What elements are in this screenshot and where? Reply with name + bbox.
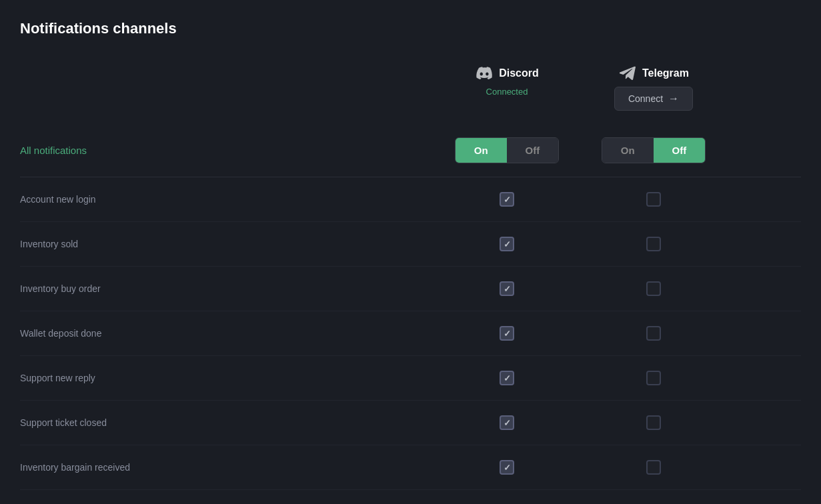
discord-checkbox[interactable] <box>500 415 514 430</box>
notification-label: Inventory sold <box>20 239 434 249</box>
discord-on-button[interactable]: On <box>456 138 507 163</box>
telegram-checkbox[interactable] <box>646 326 661 341</box>
telegram-toggle-buttons: On Off <box>602 137 706 163</box>
discord-label: Discord <box>499 67 539 79</box>
telegram-checkbox-col <box>580 192 727 207</box>
discord-toggle-buttons: On Off <box>455 137 560 163</box>
telegram-checkbox-col <box>580 460 727 475</box>
telegram-connect-button[interactable]: Connect → <box>614 87 693 111</box>
telegram-checkbox[interactable] <box>646 237 661 251</box>
notification-row: Support new reply <box>20 356 801 401</box>
notification-row: Account new login <box>20 177 801 222</box>
notification-row: Inventory bargain received <box>20 445 801 490</box>
notification-label: Support new reply <box>20 373 434 383</box>
telegram-icon <box>618 64 637 83</box>
discord-checkbox-col <box>434 460 580 475</box>
discord-checkbox-col <box>434 326 580 341</box>
discord-off-button[interactable]: Off <box>507 138 559 163</box>
telegram-checkbox[interactable] <box>646 371 661 385</box>
discord-checkbox[interactable] <box>500 192 514 207</box>
telegram-label: Telegram <box>642 67 689 79</box>
telegram-checkbox[interactable] <box>646 281 661 296</box>
page-title: Notifications channels <box>20 20 801 37</box>
notification-row: Inventory sold <box>20 222 801 267</box>
telegram-checkbox[interactable] <box>646 415 661 430</box>
discord-checkbox-col <box>434 192 580 207</box>
discord-checkbox[interactable] <box>500 281 514 296</box>
telegram-toggle-group: On Off <box>580 137 727 163</box>
discord-checkbox[interactable] <box>500 371 514 385</box>
notification-label: Inventory buy order <box>20 283 434 294</box>
arrow-icon: → <box>668 93 679 105</box>
notification-row: Wallet deposit done <box>20 311 801 356</box>
discord-checkbox-col <box>434 281 580 296</box>
notification-label: Wallet deposit done <box>20 328 434 339</box>
telegram-off-button[interactable]: Off <box>654 138 706 163</box>
notification-row: Support ticket closed <box>20 401 801 445</box>
telegram-checkbox-col <box>580 237 727 251</box>
telegram-channel: Telegram Connect → <box>580 64 727 111</box>
telegram-checkbox-col <box>580 415 727 430</box>
discord-icon <box>475 64 494 83</box>
discord-toggle-group: On Off <box>434 137 580 163</box>
notification-row: Inventory buy order <box>20 267 801 311</box>
all-notifications-row: All notifications On Off On Off <box>20 131 801 177</box>
discord-checkbox[interactable] <box>500 460 514 475</box>
notification-label: Inventory bargain received <box>20 462 434 473</box>
notifications-list: Account new loginInventory soldInventory… <box>20 177 801 490</box>
telegram-checkbox-col <box>580 326 727 341</box>
connect-label: Connect <box>628 93 663 104</box>
discord-checkbox-col <box>434 415 580 430</box>
all-notifications-label: All notifications <box>20 145 434 156</box>
discord-checkbox-col <box>434 371 580 385</box>
discord-status: Connected <box>486 87 528 97</box>
telegram-checkbox[interactable] <box>646 192 661 207</box>
notification-label: Support ticket closed <box>20 417 434 428</box>
discord-channel: Discord Connected <box>434 64 580 102</box>
notification-label: Account new login <box>20 194 434 205</box>
telegram-checkbox[interactable] <box>646 460 661 475</box>
discord-checkbox[interactable] <box>500 237 514 251</box>
telegram-checkbox-col <box>580 371 727 385</box>
discord-checkbox[interactable] <box>500 326 514 341</box>
telegram-checkbox-col <box>580 281 727 296</box>
telegram-on-button[interactable]: On <box>602 138 654 163</box>
discord-checkbox-col <box>434 237 580 251</box>
